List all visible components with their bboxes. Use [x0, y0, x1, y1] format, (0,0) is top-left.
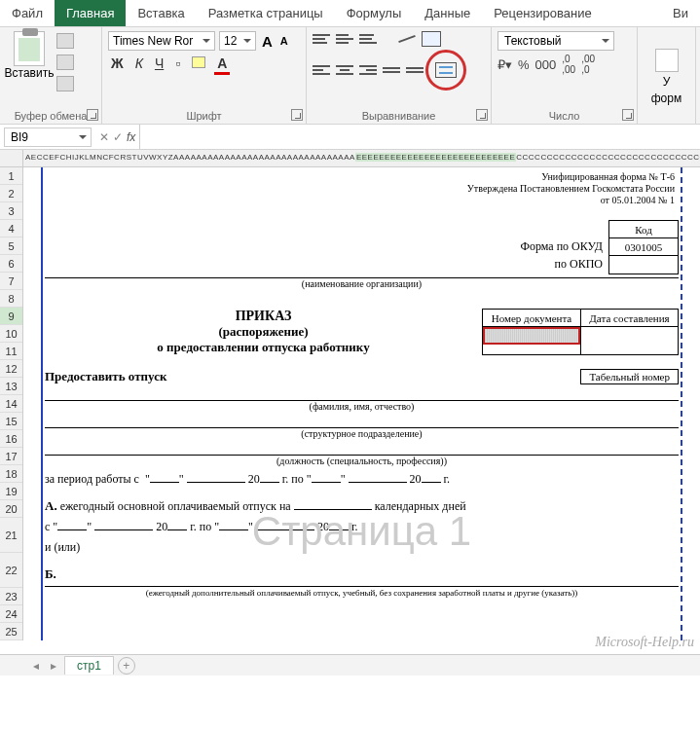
tab-file[interactable]: Файл [0, 0, 55, 26]
decrease-font-icon[interactable]: A [278, 35, 290, 47]
row-header[interactable]: 18 [0, 465, 22, 483]
paste-label: Вставить [5, 66, 55, 80]
grant-leave-label: Предоставить отпуск [45, 369, 166, 384]
increase-font-icon[interactable]: A [260, 33, 275, 50]
cells-area[interactable]: Унифицированная форма № Т-6 Утверждена П… [23, 167, 700, 640]
tab-home[interactable]: Главная [55, 0, 126, 26]
fill-color-button[interactable] [189, 54, 208, 73]
paste-button[interactable]: Вставить [6, 31, 53, 91]
sheet-tab[interactable]: стр1 [64, 656, 114, 675]
row-header[interactable]: 3 [0, 202, 22, 220]
or-label: и (или) [45, 540, 679, 555]
row-header[interactable]: 14 [0, 395, 22, 413]
position-caption: (должность (специальность, профессия)) [45, 456, 679, 466]
cut-icon[interactable] [56, 33, 74, 49]
border-button[interactable]: ▫ [172, 54, 183, 73]
row-header[interactable]: 23 [0, 588, 22, 605]
row-header[interactable]: 20 [0, 500, 22, 518]
bold-button[interactable]: Ж [108, 54, 127, 73]
row-header[interactable]: 21 [0, 518, 22, 553]
font-launcher-icon[interactable] [291, 109, 303, 121]
tab-insert[interactable]: Вставка [126, 0, 196, 26]
group-alignment: Выравнивание [307, 27, 492, 124]
row-header[interactable]: 25 [0, 623, 22, 640]
row-header[interactable]: 5 [0, 237, 22, 255]
group-label-clipboard: Буфер обмена [6, 108, 95, 122]
format-painter-icon[interactable] [56, 76, 74, 91]
align-bottom-icon[interactable] [359, 31, 377, 47]
footer-caption: (ежегодный дополнительный оплачиваемый о… [45, 586, 679, 598]
tab-page-layout[interactable]: Разметка страницы [197, 0, 335, 26]
add-sheet-button[interactable]: + [118, 657, 135, 675]
decrease-decimal-icon[interactable]: ,00,0 [581, 54, 595, 75]
tab-nav-prev-icon[interactable]: ◂ [29, 659, 43, 673]
select-all-button[interactable] [0, 150, 23, 166]
align-top-icon[interactable] [313, 31, 330, 47]
row-header[interactable]: 24 [0, 605, 22, 623]
row-header[interactable]: 16 [0, 430, 22, 448]
increase-decimal-icon[interactable]: ,0,00 [562, 54, 575, 75]
row-header[interactable]: 15 [0, 413, 22, 430]
row-header[interactable]: 12 [0, 360, 22, 378]
worksheet[interactable]: AECCEFCHIJKLMNCFCRSTUVWXYZAAAAAAAAAAAAAA… [0, 150, 700, 675]
font-size-select[interactable]: 12 [219, 31, 256, 51]
accounting-format-icon[interactable]: ₽▾ [497, 57, 512, 72]
row-header[interactable]: 19 [0, 483, 22, 500]
align-middle-icon[interactable] [336, 31, 353, 47]
copy-icon[interactable] [56, 55, 74, 70]
kod-labels: Форма по ОКУД по ОКПО [521, 220, 608, 273]
row-header[interactable]: 1 [0, 167, 22, 185]
tab-review[interactable]: Рецензирование [482, 0, 603, 26]
wrap-text-icon[interactable] [422, 31, 441, 47]
section-a: А. ежегодный основной оплачиваемый отпус… [45, 498, 679, 514]
increase-indent-icon[interactable] [406, 62, 424, 78]
formula-input[interactable] [139, 125, 700, 149]
row-header[interactable]: 22 [0, 553, 22, 588]
italic-button[interactable]: К [132, 54, 146, 73]
row-header[interactable]: 17 [0, 448, 22, 465]
row-header[interactable]: 9 [0, 308, 22, 325]
doc-number-table: Номер документа Дата составления [482, 309, 679, 355]
enter-icon[interactable]: ✓ [113, 130, 123, 144]
font-family-select[interactable]: Times New Ror [108, 31, 215, 51]
date-row-a: с "" 20 г. по "" 20 г. [45, 520, 679, 534]
row-header[interactable]: 13 [0, 378, 22, 395]
group-label-alignment: Выравнивание [313, 108, 485, 122]
row-header[interactable]: 10 [0, 325, 22, 343]
prikaz-about: о предоставлении отпуска работнику [45, 340, 482, 355]
merge-highlight [425, 50, 466, 91]
row-header[interactable]: 11 [0, 343, 22, 360]
clipboard-launcher-icon[interactable] [87, 109, 98, 121]
tab-formulas[interactable]: Формулы [335, 0, 414, 26]
number-launcher-icon[interactable] [622, 109, 634, 121]
tab-nav-next-icon[interactable]: ▸ [47, 659, 60, 673]
row-headers[interactable]: 1 2 3 4 5 6 7 8 9 10 11 12 13 14 15 16 1… [0, 167, 23, 640]
underline-button[interactable]: Ч [152, 54, 166, 73]
orientation-icon[interactable] [398, 31, 416, 47]
fx-icon[interactable]: fx [127, 130, 135, 144]
percent-format-icon[interactable]: % [518, 57, 530, 72]
selected-cell[interactable] [483, 327, 580, 345]
comma-format-icon[interactable]: 000 [535, 57, 557, 72]
align-center-icon[interactable] [336, 62, 353, 78]
row-header[interactable]: 6 [0, 255, 22, 273]
tab-data[interactable]: Данные [413, 0, 482, 26]
cancel-icon[interactable]: ✕ [99, 130, 109, 144]
number-format-select[interactable]: Текстовый [497, 31, 614, 51]
align-right-icon[interactable] [359, 62, 377, 78]
cond-format-icon[interactable] [655, 49, 679, 72]
align-left-icon[interactable] [313, 62, 330, 78]
row-header[interactable]: 4 [0, 220, 22, 237]
row-header[interactable]: 7 [0, 273, 22, 290]
alignment-launcher-icon[interactable] [476, 109, 488, 121]
tab-view[interactable]: Ви [661, 0, 700, 26]
column-letters: AECCEFCHIJKLMNCFCRSTUVWXYZAAAAAAAAAAAAAA… [23, 150, 700, 166]
merge-cells-button[interactable] [435, 62, 457, 78]
row-header[interactable]: 2 [0, 185, 22, 202]
fio-caption: (фамилия, имя, отчество) [45, 401, 679, 412]
row-header[interactable]: 8 [0, 290, 22, 308]
column-headers[interactable]: AECCEFCHIJKLMNCFCRSTUVWXYZAAAAAAAAAAAAAA… [0, 150, 700, 167]
font-color-button[interactable]: A [214, 54, 230, 73]
decrease-indent-icon[interactable] [383, 62, 400, 78]
name-box[interactable]: BI9 [4, 128, 92, 147]
